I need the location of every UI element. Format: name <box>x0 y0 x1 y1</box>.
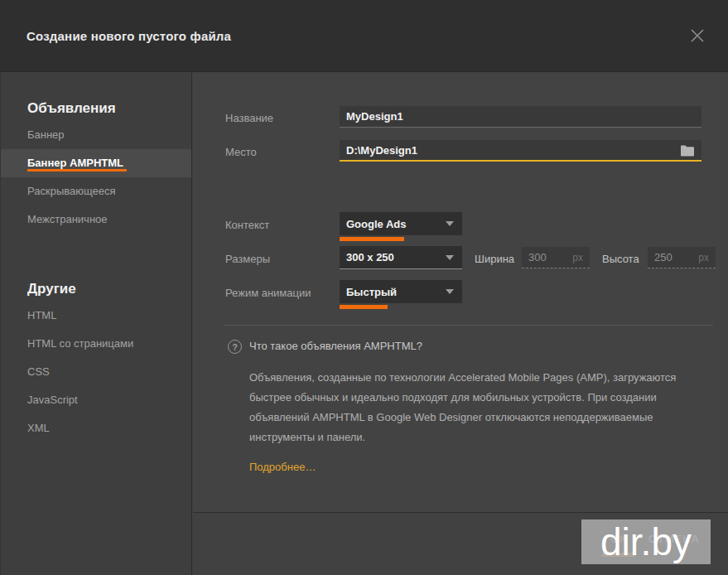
location-label: Место <box>225 146 257 158</box>
location-input[interactable] <box>340 140 701 162</box>
chevron-down-icon <box>446 221 454 226</box>
height-label: Высота <box>602 253 639 265</box>
help-question: Что такое объявления AMPHTML? <box>249 340 422 352</box>
height-unit: px <box>698 252 709 263</box>
width-unit: px <box>572 252 583 263</box>
sidebar-item-label: Баннер AMPHTML <box>27 157 123 169</box>
context-selected-value: Google Ads <box>346 218 406 230</box>
sidebar-item-html-with-pages[interactable]: HTML со страницами <box>1 330 191 358</box>
animation-mode-label: Режим анимации <box>225 287 311 299</box>
sidebar-item-interstitial[interactable]: Межстраничное <box>1 205 191 234</box>
height-input[interactable]: 250 px <box>648 247 716 268</box>
watermark: dir.by <box>581 519 711 564</box>
sidebar-item-label: HTML <box>27 309 56 321</box>
context-dropdown[interactable]: Google Ads <box>340 212 462 235</box>
sidebar-item-xml[interactable]: XML <box>1 414 191 442</box>
dialog-main-panel: Название Место Контекст Google Ads Разме… <box>193 73 728 512</box>
sidebar-item-label: XML <box>27 422 50 434</box>
height-value: 250 <box>654 251 673 263</box>
width-input[interactable]: 300 px <box>522 247 590 268</box>
sidebar-item-html[interactable]: HTML <box>1 302 191 330</box>
dialog-title: Создание нового пустого файла <box>27 0 231 72</box>
browse-folder-button[interactable] <box>680 144 697 159</box>
sizes-selected-value: 300 x 250 <box>346 251 394 263</box>
sidebar-item-label: Раскрывающееся <box>27 185 116 197</box>
watermark-text: dir.by <box>600 523 692 561</box>
highlight-underline <box>340 237 404 241</box>
sidebar-item-label: CSS <box>27 365 50 378</box>
section-divider <box>224 325 713 326</box>
close-icon <box>691 29 704 42</box>
sidebar-item-javascript[interactable]: JavaScript <box>1 386 191 414</box>
template-sidebar: Объявления Баннер Баннер AMPHTML Раскрыв… <box>0 73 192 575</box>
sidebar-item-label: JavaScript <box>27 394 78 406</box>
animation-selected-value: Быстрый <box>346 286 397 298</box>
highlight-underline <box>27 169 127 172</box>
name-input[interactable] <box>340 106 701 128</box>
help-icon: ? <box>228 340 242 354</box>
sidebar-item-label: Межстраничное <box>27 213 108 225</box>
learn-more-link[interactable]: Подробнее… <box>249 461 316 473</box>
sidebar-item-banner-amphtml[interactable]: Баннер AMPHTML <box>1 149 191 177</box>
sidebar-item-expandable[interactable]: Раскрывающееся <box>1 177 191 205</box>
section-heading-ads: Объявления <box>1 96 191 121</box>
new-file-dialog: Создание нового пустого файла Объявления… <box>0 0 728 575</box>
section-heading-others: Другие <box>1 277 191 302</box>
width-label: Ширина <box>475 253 514 265</box>
chevron-down-icon <box>446 255 454 260</box>
folder-icon <box>680 144 695 157</box>
sidebar-item-label: HTML со страницами <box>27 337 133 350</box>
width-value: 300 <box>528 251 547 263</box>
chevron-down-icon <box>446 289 454 294</box>
sidebar-item-css[interactable]: CSS <box>1 358 191 386</box>
name-label: Название <box>225 112 273 124</box>
animation-mode-dropdown[interactable]: Быстрый <box>340 280 462 303</box>
close-button[interactable] <box>688 27 706 45</box>
sidebar-item-banner[interactable]: Баннер <box>1 121 191 149</box>
sizes-dropdown[interactable]: 300 x 250 <box>340 246 462 269</box>
dialog-header: Создание нового пустого файла <box>0 0 728 72</box>
sidebar-item-label: Баннер <box>27 128 65 141</box>
help-description: Объявления, созданные по технологии Acce… <box>249 368 706 447</box>
highlight-underline <box>340 305 388 309</box>
context-label: Контекст <box>225 219 269 231</box>
sizes-label: Размеры <box>225 253 270 265</box>
